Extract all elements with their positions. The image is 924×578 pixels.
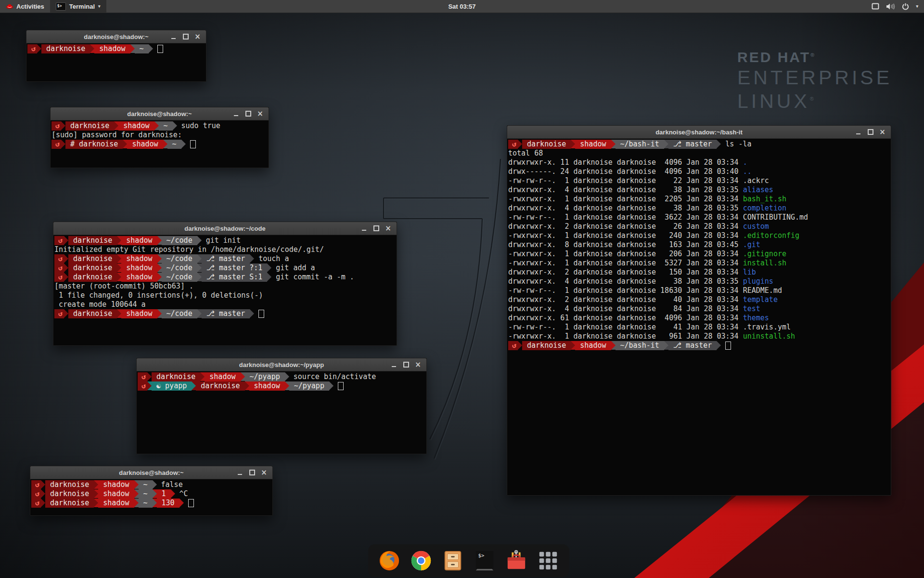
powerline-separator [285,372,289,381]
ls-filename: .editorconfig [743,231,799,240]
prompt-segment-user: darknoise [65,121,114,131]
system-status-area[interactable]: ▾ [872,0,924,13]
ls-row: drwxrwxr-x. 61 darknoise darknoise 4096 … [508,314,891,323]
ls-row-fields: drwxrwxr-x. 4 darknoise darknoise 38 Jan… [508,204,743,213]
powerline-separator [41,480,45,489]
minimize-button[interactable] [235,468,245,477]
minimize-button[interactable] [853,127,863,137]
terminal-window-w5[interactable]: darknoise@shadow:~×↺darknoiseshadow~fals… [30,466,273,516]
minimize-button[interactable] [231,109,241,118]
minimize-button[interactable] [168,32,179,41]
ls-row-fields: drwxrwxr-x. 2 darknoise darknoise 150 Ja… [508,268,743,277]
ls-filename: CONTRIBUTING.md [743,213,808,222]
powerline-separator [571,341,575,350]
window-titlebar[interactable]: darknoise@shadow:~/pyapp× [137,358,426,371]
terminal-window-w3[interactable]: darknoise@shadow:~/code×↺darknoiseshadow… [53,222,397,346]
powerline-separator [94,480,98,489]
powerline-separator [664,140,668,148]
terminal-window-w4[interactable]: darknoise@shadow:~/pyapp×↺darknoiseshado… [136,358,427,454]
top-bar: Activities $> Terminal ▾ Sat 03:57 ▾ [0,0,924,13]
close-button[interactable]: × [383,223,393,233]
terminal-dock-icon[interactable]: $> [473,549,496,572]
terminal-window-w2[interactable]: darknoise@shadow:~×↺darknoiseshadow~sudo… [50,107,269,168]
ls-row: drwxrwxr-x. 4 darknoise darknoise 38 Jan… [508,277,891,286]
window-titlebar[interactable]: darknoise@shadow:~/bash-it× [507,126,891,139]
powerline-separator [157,263,162,272]
window-controls: × [359,223,397,233]
close-button[interactable]: × [877,127,887,137]
window-titlebar[interactable]: darknoise@shadow:~× [30,466,272,479]
terminal-content[interactable]: ↺darknoiseshadow~sudo true[sudo] passwor… [51,120,269,168]
screen-icon[interactable] [872,3,879,10]
close-button[interactable]: × [255,109,265,118]
ls-row: -rwxrwxr-x. 1 darknoise darknoise 2205 J… [508,195,891,204]
window-title: darknoise@shadow:~/pyapp [137,361,426,368]
ls-filename: .ackrc [743,176,769,185]
firefox-dock-icon[interactable] [378,549,401,572]
close-button[interactable]: × [259,468,269,477]
prompt-segment-path: ~ [139,499,153,508]
window-titlebar[interactable]: darknoise@shadow:~× [26,30,206,43]
terminal-prompt-line: ↺darknoiseshadow~/code⎇ master [54,309,397,318]
maximize-icon [403,362,409,368]
window-controls: × [235,468,272,477]
powerline-separator [197,263,202,272]
power-icon[interactable] [902,3,909,10]
window-titlebar[interactable]: darknoise@shadow:~× [51,107,269,120]
prompt-segment-git: ⎇ master [202,309,250,318]
clock[interactable]: Sat 03:57 [0,3,924,10]
terminal-prompt-line: ↺darknoiseshadow~/bash-it⎇ master [508,341,891,350]
powerline-separator [267,263,271,272]
minimize-button[interactable] [359,223,369,233]
ls-filename: .. [743,167,752,176]
ls-filename: bash_it.sh [743,195,786,204]
terminal-content[interactable]: ↺darknoiseshadow~ [26,43,206,81]
terminal-prompt-line: ↺darknoiseshadow~/codegit init [54,236,397,245]
prompt-segment-user: darknoise [522,140,571,149]
ls-row-fields: drwx------. 24 darknoise darknoise 4096 … [508,167,743,176]
prompt-segment-path: ~ [135,44,149,53]
close-button[interactable]: × [192,32,203,41]
terminal-window-w6[interactable]: darknoise@shadow:~/bash-it×↺darknoisesha… [507,125,891,496]
prompt-segment-exit: 1 [157,489,171,499]
powerline-separator [267,273,271,281]
app-grid-dock-icon[interactable] [537,549,560,572]
prompt-segment-host: shadow [98,480,134,489]
maximize-button[interactable] [243,109,253,118]
close-button[interactable]: × [413,360,423,369]
prompt-segment-git: ⎇ master [202,254,250,263]
powerline-separator [200,372,205,381]
chrome-dock-icon[interactable] [410,549,433,572]
files-dock-icon[interactable] [441,549,464,572]
maximize-button[interactable] [180,32,191,41]
rhel-logo-line3: LINUX [737,90,810,112]
terminal-prompt-line: ↺darknoiseshadow~1^C [31,489,272,499]
powerline-separator [197,309,202,318]
powerline-separator [130,44,135,53]
maximize-button[interactable] [247,468,257,477]
terminal-content[interactable]: ↺darknoiseshadow~/codegit initInitialize… [53,235,397,345]
volume-icon[interactable] [886,3,895,10]
prompt-segment-path: ~/code [162,273,197,282]
toolbox-dock-icon[interactable] [505,549,528,572]
powerline-separator [134,480,139,489]
rhel-logo-line1: RED HAT [737,49,810,65]
terminal-content[interactable]: ↺darknoiseshadow~/pyappsource bin/activa… [137,371,426,454]
ls-filename: completion [743,204,786,213]
maximize-button[interactable] [371,223,381,233]
window-titlebar[interactable]: darknoise@shadow:~/code× [53,222,397,235]
prompt-segment-venv: ☯ pyapp [152,381,192,391]
minimize-button[interactable] [389,360,399,369]
maximize-button[interactable] [865,127,875,137]
terminal-window-w1[interactable]: darknoise@shadow:~×↺darknoiseshadow~ [26,30,206,82]
ls-filename: .travis.yml [743,323,791,332]
terminal-content[interactable]: ↺darknoiseshadow~false↺darknoiseshadow~1… [30,479,272,515]
clock-label: Sat 03:57 [448,3,475,10]
terminal-content[interactable]: ↺darknoiseshadow~/bash-it⎇ masterls -lat… [507,138,891,495]
chevron-down-icon[interactable]: ▾ [916,4,918,9]
maximize-button[interactable] [401,360,411,369]
activities-button[interactable]: Activities [0,0,50,13]
prompt-segment-host: shadow [121,254,157,263]
prompt-segment-path: ~ [139,489,153,499]
focused-app-menu[interactable]: $> Terminal ▾ [50,0,106,13]
